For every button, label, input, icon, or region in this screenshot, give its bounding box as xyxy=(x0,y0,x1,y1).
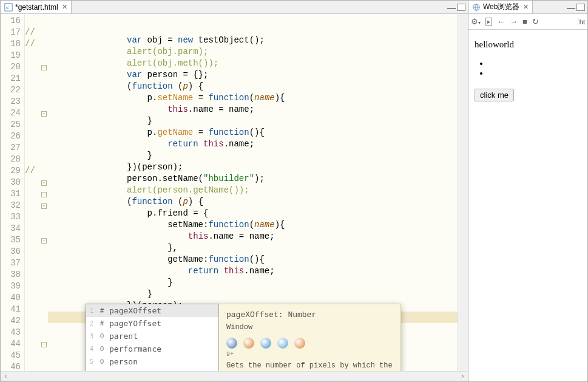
editor-tab-label: *getstart.html xyxy=(15,3,58,12)
forward-icon[interactable]: → xyxy=(510,17,518,26)
editor-pane: < *getstart.html ✕ 161718192021222324252… xyxy=(1,1,468,381)
svg-text:<: < xyxy=(6,4,9,10)
maximize-icon[interactable] xyxy=(576,4,585,11)
scroll-left-icon[interactable]: ‹ xyxy=(1,372,11,381)
minimize-icon[interactable] xyxy=(567,8,575,9)
horizontal-scrollbar[interactable]: ‹ › xyxy=(1,371,468,381)
page-list xyxy=(489,58,581,78)
editor-tab-bar: < *getstart.html ✕ xyxy=(1,1,468,14)
doc-description: Gets the number of pixels by which the c… xyxy=(226,361,393,371)
click-me-button[interactable]: click me xyxy=(475,89,514,101)
browser-pane-controls xyxy=(564,1,587,13)
close-icon[interactable]: ✕ xyxy=(523,3,529,11)
browser-tab-bar: Web浏览器 ✕ xyxy=(468,1,587,14)
line-number-gutter: 1617181920212223242526272829303132333435… xyxy=(1,14,25,371)
back-icon[interactable]: ← xyxy=(497,17,505,26)
browser-icon xyxy=(226,338,237,349)
scroll-right-icon[interactable]: › xyxy=(458,372,468,381)
editor-pane-controls xyxy=(445,1,468,13)
minimize-icon[interactable] xyxy=(447,8,456,9)
autocomplete-doc: pageXOffset: Number Window 9+ Gets the n… xyxy=(219,304,401,371)
autocomplete-item-person[interactable]: 5Operson xyxy=(86,355,218,368)
comment-margin: ////// xyxy=(25,14,39,371)
url-field[interactable]: ht xyxy=(544,18,585,26)
browser-tab[interactable]: Web浏览器 ✕ xyxy=(468,1,533,13)
page-heading: helloworld xyxy=(475,39,581,50)
browser-icon xyxy=(277,338,288,349)
doc-class: Window xyxy=(226,323,393,332)
maximize-icon[interactable] xyxy=(457,4,465,11)
autocomplete-popup: 1#pageXOffset2#pageYOffset3Oparent4Operf… xyxy=(86,304,401,371)
refresh-icon[interactable]: ↻ xyxy=(532,17,539,26)
globe-icon xyxy=(472,3,481,12)
browser-toolbar: ⚙▾ ▸ ← → ■ ↻ ht xyxy=(468,14,587,30)
doc-version: 9+ xyxy=(226,351,393,358)
html-file-icon: < xyxy=(4,3,13,12)
code-editor[interactable]: 1617181920212223242526272829303132333435… xyxy=(1,14,468,371)
autocomplete-item-performance[interactable]: 4Operformance xyxy=(86,343,218,355)
browser-pane: Web浏览器 ✕ ⚙▾ ▸ ← → ■ ↻ ht helloworld clic xyxy=(468,1,587,381)
browser-support-icons xyxy=(226,338,393,349)
autocomplete-item-pageYOffset[interactable]: 2#pageYOffset xyxy=(86,317,218,330)
autocomplete-list[interactable]: 1#pageXOffset2#pageYOffset3Oparent4Operf… xyxy=(86,304,219,371)
vertical-scrollbar[interactable] xyxy=(458,14,468,371)
browser-icon xyxy=(260,338,271,349)
close-icon[interactable]: ✕ xyxy=(62,3,67,11)
autocomplete-item-parent[interactable]: 3Oparent xyxy=(86,330,218,343)
autocomplete-item-pageXOffset[interactable]: 1#pageXOffset xyxy=(86,304,218,317)
browser-icon xyxy=(243,338,254,349)
list-item xyxy=(489,58,581,68)
list-item xyxy=(489,68,581,78)
play-icon[interactable]: ▸ xyxy=(485,18,492,26)
stop-icon[interactable]: ■ xyxy=(522,17,527,26)
browser-viewport[interactable]: helloworld click me xyxy=(468,30,587,381)
editor-tab-getstart[interactable]: < *getstart.html ✕ xyxy=(1,1,72,13)
gear-icon[interactable]: ⚙▾ xyxy=(471,17,481,26)
browser-tab-label: Web浏览器 xyxy=(483,2,519,12)
browser-icon xyxy=(294,338,305,349)
doc-title: pageXOffset: Number xyxy=(226,310,393,319)
fold-margin: ------- xyxy=(39,14,48,371)
